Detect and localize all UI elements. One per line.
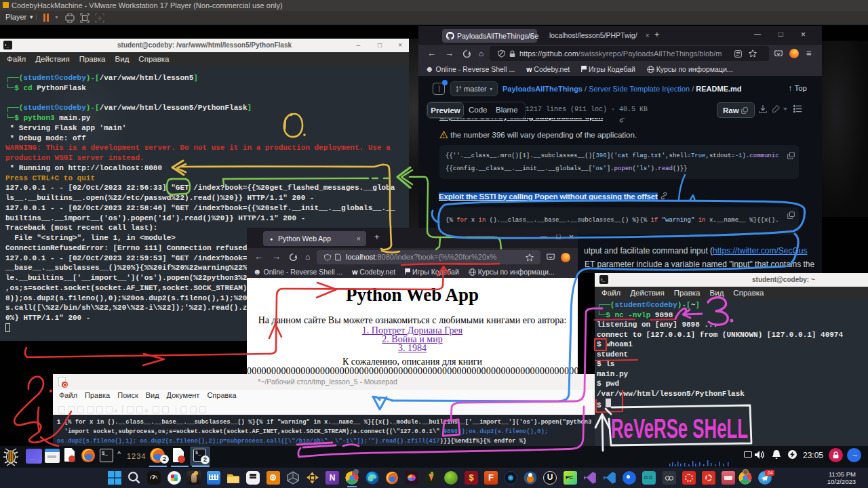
svg-text:..............................: ........................................ (669, 464, 699, 467)
